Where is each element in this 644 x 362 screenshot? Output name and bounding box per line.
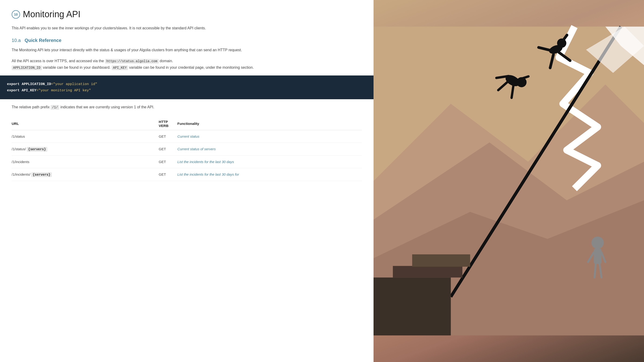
page-description: This API enables you to see the inner wo…: [12, 25, 362, 31]
path-prefix-text: The relative path prefix /1/ indicates t…: [12, 104, 362, 110]
svg-rect-19: [412, 254, 470, 267]
functionality-link[interactable]: Current status of servers: [178, 147, 216, 151]
svg-line-24: [594, 264, 596, 278]
table-cell-functionality[interactable]: List the incidents for the last 30 days …: [178, 168, 362, 181]
table-row: /1/status/ {servers}GETCurrent status of…: [12, 143, 362, 155]
path-prefix-code: /1/: [50, 105, 59, 110]
url-code-part: {servers}: [31, 172, 52, 177]
api-table: URL HTTPVERB Functionality /1/statusGETC…: [12, 117, 362, 181]
svg-rect-21: [594, 249, 602, 264]
illustration-panel: [374, 0, 644, 362]
code-line-1: export APPLICATION_ID="your application …: [7, 81, 366, 87]
main-content: 10 Monitoring API This API enables you t…: [0, 0, 374, 362]
page-title: Monitoring API: [23, 9, 80, 19]
col-header-functionality: Functionality: [178, 117, 362, 130]
col-header-verb: HTTPVERB: [159, 117, 178, 130]
table-cell-functionality[interactable]: List the incidents for the last 30 days: [178, 155, 362, 168]
svg-rect-18: [393, 266, 462, 278]
table-cell-url: /1/incidents: [12, 155, 159, 168]
functionality-link[interactable]: List the incidents for the last 30 days: [178, 160, 234, 164]
var1-code: APPLICATION_ID: [12, 65, 42, 70]
var2-code: API_KEY: [112, 65, 128, 70]
page-number: 10: [12, 10, 20, 19]
illustration-svg: [374, 0, 644, 362]
table-cell-verb: GET: [159, 143, 178, 155]
illustration-background: [374, 0, 644, 362]
table-header-row: URL HTTPVERB Functionality: [12, 117, 362, 130]
code-block: export APPLICATION_ID="your application …: [0, 75, 374, 99]
table-cell-url: /1/incidents/ {servers}: [12, 168, 159, 181]
table-row: /1/incidentsGETList the incidents for th…: [12, 155, 362, 168]
table-cell-verb: GET: [159, 168, 178, 181]
table-row: /1/incidents/ {servers}GETList the incid…: [12, 168, 362, 181]
functionality-link[interactable]: Current status: [178, 134, 199, 138]
table-cell-url: /1/status/ {servers}: [12, 143, 159, 155]
table-cell-verb: GET: [159, 155, 178, 168]
url-code-part: {servers}: [27, 147, 47, 152]
domain-code: https://status.algolia.com: [105, 59, 158, 64]
title-row: 10 Monitoring API: [12, 9, 362, 19]
table-cell-functionality[interactable]: Current status of servers: [178, 143, 362, 155]
svg-rect-17: [374, 278, 451, 336]
functionality-link[interactable]: List the incidents for the last 30 days …: [178, 172, 239, 176]
col-header-url: URL: [12, 117, 159, 130]
section-heading: 10.a Quick Reference: [12, 38, 362, 43]
table-cell-functionality[interactable]: Current status: [178, 130, 362, 143]
domain-text: All the API access is over HTTPS, and ac…: [12, 58, 362, 71]
svg-point-20: [592, 237, 604, 249]
table-row: /1/statusGETCurrent status: [12, 130, 362, 143]
intro-text: The Monitoring API lets your interact di…: [12, 47, 362, 53]
table-cell-url: /1/status: [12, 130, 159, 143]
code-line-2: export API_KEY="your monitoring API key": [7, 87, 366, 94]
table-cell-verb: GET: [159, 130, 178, 143]
